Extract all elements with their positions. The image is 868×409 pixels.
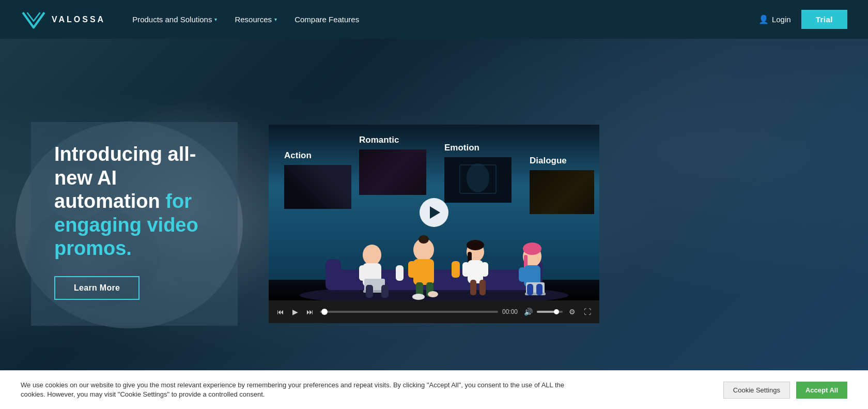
emotion-thumbnail <box>444 157 512 203</box>
hero-section: Introducing all-new AI automation for en… <box>0 39 868 409</box>
svg-point-25 <box>419 235 429 244</box>
svg-point-31 <box>412 294 425 300</box>
nav-products[interactable]: Products and Solutions ▾ <box>126 11 223 28</box>
trial-button[interactable]: Trial <box>801 10 847 29</box>
svg-rect-23 <box>381 285 389 298</box>
cookie-text: We use cookies on our website to give yo… <box>21 381 589 399</box>
video-display: Action Romantic <box>269 125 599 300</box>
play-button[interactable] <box>420 198 448 227</box>
svg-point-16 <box>363 245 381 265</box>
svg-point-10 <box>467 163 489 192</box>
emotion-thumb-art <box>444 157 512 203</box>
svg-point-34 <box>467 240 484 250</box>
dialogue-scene-group: Dialogue <box>530 156 594 214</box>
play-pause-button[interactable]: ▶ <box>290 307 300 317</box>
login-button[interactable]: 👤 Login <box>758 14 791 24</box>
svg-rect-38 <box>481 262 488 277</box>
progress-indicator <box>321 309 328 315</box>
emotion-label: Emotion <box>444 143 512 153</box>
nav-compare[interactable]: Compare Features <box>288 11 365 28</box>
fullscreen-button[interactable]: ⛶ <box>582 307 593 317</box>
valossa-logo-icon <box>21 8 47 31</box>
cookie-accept-button[interactable]: Accept All <box>796 382 847 399</box>
hero-heading-accent: for engaging video promos. <box>54 190 198 259</box>
volume-control: 🔊 <box>522 307 563 317</box>
cookie-banner: We use cookies on our website to give yo… <box>0 370 868 409</box>
nav-links: Products and Solutions ▾ Resources ▾ Com… <box>126 11 758 28</box>
learn-more-button[interactable]: Learn More <box>54 276 140 300</box>
svg-rect-8 <box>309 184 327 192</box>
nav-resources[interactable]: Resources ▾ <box>228 11 283 28</box>
volume-button[interactable]: 🔊 <box>522 307 535 317</box>
volume-fill <box>537 311 555 313</box>
cookie-buttons: Cookie Settings Accept All <box>723 382 847 399</box>
action-scene-group: Action <box>284 150 351 209</box>
svg-point-42 <box>523 243 541 255</box>
volume-bar[interactable] <box>537 311 563 313</box>
dialogue-label: Dialogue <box>530 156 594 166</box>
action-thumb-art <box>305 174 331 200</box>
navbar: VALOSSA Products and Solutions ▾ Resourc… <box>0 0 868 39</box>
svg-rect-28 <box>452 261 460 278</box>
svg-rect-39 <box>470 280 476 295</box>
svg-rect-37 <box>462 262 470 277</box>
chevron-down-icon: ▾ <box>274 17 277 22</box>
svg-point-32 <box>428 291 438 297</box>
logo-text: VALOSSA <box>52 15 105 24</box>
svg-rect-48 <box>527 284 533 295</box>
hero-heading: Introducing all-new AI automation for en… <box>54 143 214 261</box>
romantic-scene-group: Romantic <box>359 135 426 195</box>
emotion-scene-group: Emotion <box>444 143 512 203</box>
action-thumb-overlay <box>284 165 351 209</box>
progress-bar[interactable] <box>320 311 498 313</box>
action-thumbnail <box>284 165 351 209</box>
action-label: Action <box>284 150 351 161</box>
fast-forward-button[interactable]: ⏭ <box>304 307 316 317</box>
user-icon: 👤 <box>758 14 769 24</box>
volume-indicator <box>554 309 559 314</box>
svg-rect-18 <box>359 265 367 281</box>
emotion-thumb-overlay <box>444 157 512 203</box>
play-icon <box>430 206 440 219</box>
video-controls-bar: ⏮ ▶ ⏭ 00:00 🔊 ⚙ ⛶ <box>269 300 599 323</box>
svg-rect-7 <box>307 182 328 193</box>
video-player: Action Romantic <box>269 125 599 323</box>
svg-rect-40 <box>479 280 486 295</box>
svg-rect-49 <box>536 284 542 295</box>
hero-content: Introducing all-new AI automation for en… <box>0 122 868 326</box>
svg-rect-36 <box>468 260 483 283</box>
rewind-button[interactable]: ⏮ <box>275 307 286 317</box>
cookie-settings-button[interactable]: Cookie Settings <box>723 382 790 399</box>
chevron-down-icon: ▾ <box>214 17 217 22</box>
logo-area[interactable]: VALOSSA <box>21 8 105 31</box>
svg-rect-22 <box>366 285 373 298</box>
romantic-thumb-overlay <box>359 149 426 195</box>
svg-rect-19 <box>396 265 404 281</box>
svg-rect-27 <box>408 261 416 278</box>
hero-text-box: Introducing all-new AI automation for en… <box>31 122 238 326</box>
settings-button[interactable]: ⚙ <box>567 307 578 317</box>
romantic-thumbnail <box>359 149 426 195</box>
nav-right: 👤 Login Trial <box>758 10 847 29</box>
svg-rect-45 <box>519 267 526 282</box>
svg-rect-14 <box>326 259 341 290</box>
romantic-label: Romantic <box>359 135 426 145</box>
time-display: 00:00 <box>502 308 518 315</box>
